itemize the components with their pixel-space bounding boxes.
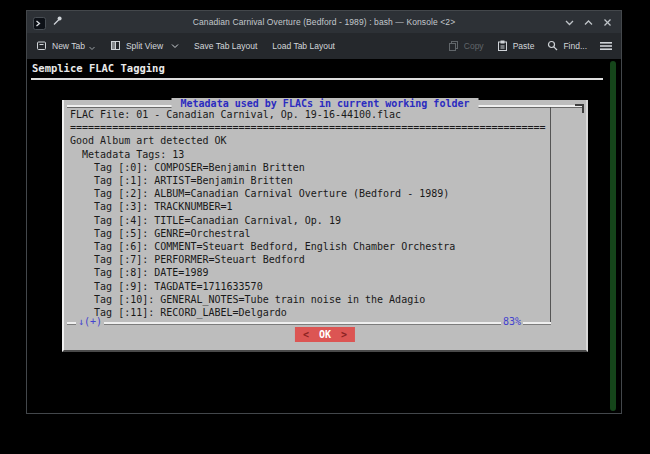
desktop-background: Canadian Carnival Overture (Bedford - 19…: [0, 0, 650, 454]
konsole-app-icon: [33, 16, 46, 29]
toolbar-right-group: Copy Paste Find...: [448, 40, 612, 53]
dialog-line: Tag [:3]: TRACKNUMBER=1: [70, 200, 542, 213]
pin-icon[interactable]: [51, 13, 63, 31]
dialog-line: Good Album art detected OK: [70, 134, 542, 147]
dialog-line: Tag [:7]: PERFORMER=Steuart Bedford: [70, 253, 542, 266]
titlebar-icons: [33, 11, 63, 33]
split-view-dropdown-chevron-icon[interactable]: [171, 41, 179, 51]
copy-icon: [448, 40, 459, 53]
paste-button[interactable]: Paste: [497, 40, 535, 53]
maximize-button[interactable]: [582, 16, 595, 29]
dialog-line: Metadata Tags: 13: [70, 148, 542, 161]
paste-label: Paste: [513, 41, 535, 51]
dialog-line: Tag [:5]: GENRE=Orchestral: [70, 227, 542, 240]
dialog-line: Tag [:1]: ARTIST=Benjamin Britten: [70, 174, 542, 187]
dialog-line: Tag [:4]: TITLE=Canadian Carnival, Op. 1…: [70, 214, 542, 227]
dialog-text-content: FLAC File: 01 - Canadian Carnival, Op. 1…: [70, 108, 542, 319]
dialog-line: Tag [:6]: COMMENT=Steuart Bedford, Engli…: [70, 240, 542, 253]
save-tab-layout-button[interactable]: Save Tab Layout: [194, 41, 257, 51]
dialog-inner-right-border: [550, 107, 551, 322]
konsole-window: Canadian Carnival Overture (Bedford - 19…: [26, 10, 622, 414]
new-tab-dropdown-chevron-icon: [89, 43, 95, 53]
dialog-line: ========================================…: [70, 121, 542, 134]
minimize-button[interactable]: [563, 16, 576, 29]
dialog-bottom-separator: [67, 322, 551, 324]
window-controls: [563, 11, 614, 33]
dialog-line: Tag [:11]: RECORD_LABEL=Delgardo: [70, 306, 542, 319]
split-view-button[interactable]: Split View: [110, 40, 179, 53]
dialog-line: Tag [:10]: GENERAL_NOTES=Tube train nois…: [70, 293, 542, 306]
dialog-line: Tag [:9]: TAGDATE=1711633570: [70, 280, 542, 293]
dialog-line: Tag [:2]: ALBUM=Canadian Carnival Overtu…: [70, 187, 542, 200]
copy-label: Copy: [464, 41, 484, 51]
terminal-area[interactable]: Semplice FLAC Tagging Metadata used by F…: [27, 59, 621, 413]
ok-button-label: OK: [319, 329, 331, 340]
scroll-percentage: 83%: [501, 316, 523, 327]
toolbar-left-group: New Tab Split View Save Tab Layout: [36, 39, 335, 53]
scroll-more-indicator: ↓(+): [76, 316, 104, 327]
new-tab-label: New Tab: [52, 41, 85, 51]
new-tab-icon: [36, 40, 47, 53]
terminal-heading-rule: [31, 78, 603, 80]
metadata-dialog: Metadata used by FLACs in current workin…: [62, 100, 588, 352]
dialog-top-right-corner: [575, 104, 584, 113]
dialog-line: FLAC File: 01 - Canadian Carnival, Op. 1…: [70, 108, 542, 121]
titlebar[interactable]: Canadian Carnival Overture (Bedford - 19…: [27, 11, 621, 33]
terminal-scrollbar[interactable]: [610, 61, 616, 411]
copy-button[interactable]: Copy: [448, 40, 484, 53]
search-icon: [547, 40, 558, 53]
save-tab-layout-label: Save Tab Layout: [194, 41, 257, 51]
dialog-line: Tag [:8]: DATE=1989: [70, 266, 542, 279]
window-title: Canadian Carnival Overture (Bedford - 19…: [27, 17, 621, 27]
paste-icon: [497, 40, 508, 53]
find-button[interactable]: Find...: [547, 40, 587, 53]
ok-left-bracket: <: [303, 329, 309, 340]
new-tab-button[interactable]: New Tab: [36, 39, 95, 53]
split-view-icon: [110, 40, 121, 53]
toolbar: New Tab Split View Save Tab Layout: [27, 33, 621, 59]
hamburger-menu-icon[interactable]: [600, 41, 612, 51]
ok-right-bracket: >: [341, 329, 347, 340]
close-button[interactable]: [601, 16, 614, 29]
load-tab-layout-button[interactable]: Load Tab Layout: [272, 41, 335, 51]
load-tab-layout-label: Load Tab Layout: [272, 41, 335, 51]
split-view-label: Split View: [126, 41, 163, 51]
dialog-line: Tag [:0]: COMPOSER=Benjamin Britten: [70, 161, 542, 174]
ok-button[interactable]: < OK >: [295, 327, 355, 342]
find-label: Find...: [563, 41, 587, 51]
terminal-heading: Semplice FLAC Tagging: [32, 62, 165, 74]
